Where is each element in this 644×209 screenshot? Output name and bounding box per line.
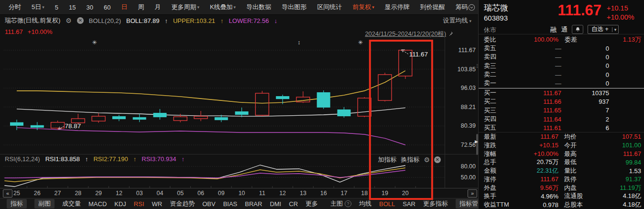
main-indicator-0[interactable]: 均线	[359, 199, 371, 208]
ask-row[interactable]: 卖一—0	[479, 79, 644, 88]
sub-indicator-8[interactable]: BRAR	[245, 200, 262, 208]
bid-label: 买四	[479, 115, 509, 123]
date-range-label[interactable]: 2024/11/25-2024/12/20(20根)	[365, 30, 446, 38]
sub-indicator-5[interactable]: 资金趋势	[170, 199, 195, 208]
bid-row[interactable]: 买一111.6710375	[479, 88, 644, 97]
quote-row: 涨停111.67跌停91.37	[479, 175, 644, 184]
main-indicator-1[interactable]: BOLL	[379, 200, 395, 208]
bid-volume: 6	[561, 124, 609, 132]
sub-indicator-0[interactable]: 成交量	[62, 199, 81, 208]
quote-value: 111.67	[517, 176, 558, 183]
x-axis-label: 18	[356, 190, 372, 197]
quote-row: 收益TTM0.978总股本4.18亿	[479, 200, 644, 209]
sub-indicator-11[interactable]: 更多	[306, 199, 318, 208]
scroll-right-button[interactable]: »	[468, 189, 477, 198]
bid-row[interactable]: 买五111.616	[479, 123, 644, 132]
ask-row[interactable]: 卖五—0	[479, 44, 644, 53]
main-indicator-2[interactable]: SAR	[403, 200, 415, 208]
toolbar-item-6[interactable]: 日	[121, 3, 127, 11]
help-icon[interactable]: ?	[345, 200, 351, 207]
toolbar-item-5[interactable]: 60	[104, 4, 110, 11]
price-overlay: 111.67 +10.00%	[5, 28, 53, 35]
toolbar-item-12[interactable]: 导出图形	[282, 3, 306, 11]
toolbar-item-8[interactable]: 月	[154, 3, 161, 11]
sub-indicator-10[interactable]: CR	[289, 200, 298, 208]
close-indicator-icon[interactable]: ✕	[77, 17, 84, 24]
toolbar-item-0[interactable]: 分时	[9, 3, 21, 11]
sub-indicator-6[interactable]: OBV	[202, 200, 215, 208]
toolbar-item-1[interactable]: 5日▾	[32, 3, 44, 11]
toolbar-item-2[interactable]: 5	[55, 4, 58, 11]
panel-collapse-icon[interactable]: ▶	[475, 139, 478, 144]
price-change: +10.15	[607, 4, 628, 12]
last-price: 111.67	[558, 2, 601, 19]
quote-label: 总手	[479, 158, 517, 166]
main-indicator-3[interactable]: 更多指标	[423, 199, 448, 208]
bid-label: 买五	[479, 123, 509, 132]
sub-indicator-3[interactable]: RSI	[134, 200, 144, 208]
quote-value: 9.56万	[517, 184, 558, 192]
chevron-down-icon: ▾	[372, 5, 374, 10]
toolbar-item-7[interactable]: 周	[138, 3, 144, 11]
toolbar-item-9[interactable]: 更多周期▾	[171, 3, 199, 11]
add-watchlist-button[interactable]: 自选 +▾	[588, 25, 619, 34]
quote-row: 涨跌+10.15今开101.00	[479, 141, 644, 150]
pin-icon[interactable]	[448, 31, 453, 38]
bid-price: 111.67	[509, 89, 561, 97]
x-axis-label: 27	[50, 190, 66, 197]
collapse-circle-icon[interactable]	[468, 4, 475, 11]
switch-indicator-button[interactable]: 换指标	[401, 155, 419, 164]
ask-row[interactable]: 卖四—0	[479, 53, 644, 61]
main-chart-label[interactable]: 主图?	[330, 199, 351, 208]
x-axis-label: 09	[213, 190, 229, 197]
indicator-mode-button[interactable]: 指标	[7, 199, 27, 209]
toolbar-item-17[interactable]: 筹码	[456, 3, 468, 11]
indicator-mode-button[interactable]: 副图	[34, 199, 55, 209]
toolbar-item-16[interactable]: 到价提醒	[420, 3, 445, 11]
rsi-title: RSI(6,12,24)	[5, 155, 40, 163]
toolbar-item-3[interactable]: 15	[69, 4, 76, 11]
price-axis-label: 96.03	[446, 85, 476, 91]
toolbar-item-10[interactable]: K线叠加▾	[210, 3, 236, 11]
ma-settings-button[interactable]: 设置均线▾	[443, 16, 471, 25]
toolbar-item-15[interactable]: 显示停牌	[385, 3, 410, 11]
alert-bell-icon[interactable]	[572, 25, 583, 34]
quote-row: 金额22.31亿量比1.53	[479, 166, 644, 175]
x-axis-label: 13	[295, 190, 311, 197]
bid-row[interactable]: 买三111.657	[479, 106, 644, 115]
rsi-close-icon[interactable]: ✕	[434, 156, 441, 163]
sub-indicator-2[interactable]: KDJ	[114, 200, 126, 208]
ask-label: 卖一	[479, 79, 509, 88]
rsi-gear-icon[interactable]: ⚙	[424, 156, 430, 164]
x-axis-label: 28	[70, 190, 86, 197]
quote-label: 换手	[479, 192, 517, 200]
toolbar-item-4[interactable]: 30	[86, 4, 93, 11]
toolbar-item-14[interactable]: 前复权▾	[352, 3, 374, 11]
range-selector: 2024/11/25-2024/12/20(20根)	[365, 30, 453, 38]
weibi-value: 100.00%	[512, 36, 558, 43]
bid-label: 买三	[479, 106, 509, 115]
indicator-header: 瑞芯微(日线,前复权) ⚙ ✕ BOLL(20,2) BOLL:87.89↑ U…	[5, 16, 277, 25]
quote-label: 最高	[558, 150, 599, 158]
weibi-row: 委比 100.00% 委差 1.13万	[479, 34, 644, 44]
price-axis-label: 80.39	[446, 122, 476, 129]
toolbar-item-13[interactable]: 区间统计	[317, 3, 342, 11]
bid-row[interactable]: 买二111.66937	[479, 97, 644, 106]
bid-label: 买一	[479, 88, 509, 97]
gear-icon[interactable]: ⚙	[65, 17, 72, 24]
scroll-left-button[interactable]: «	[3, 189, 12, 198]
sub-indicator-1[interactable]: MACD	[88, 200, 107, 208]
bid-volume: 10375	[561, 89, 609, 97]
ask-price: —	[509, 45, 561, 52]
ask-row[interactable]: 卖二—0	[479, 70, 644, 79]
sub-indicator-7[interactable]: BIAS	[223, 200, 238, 208]
ask-row[interactable]: 卖三—0	[479, 62, 644, 70]
bid-row[interactable]: 买四111.642	[479, 115, 644, 123]
toolbar-item-11[interactable]: 导出数据	[246, 3, 271, 11]
quote-value: 22.31亿	[517, 166, 558, 175]
add-indicator-button[interactable]: 加指标	[378, 155, 396, 164]
sub-indicator-4[interactable]: WR	[152, 200, 163, 208]
lower-value: LOWER:72.56	[229, 17, 269, 24]
sub-indicator-9[interactable]: DMI	[270, 200, 281, 208]
quote-label: 量比	[558, 166, 599, 175]
